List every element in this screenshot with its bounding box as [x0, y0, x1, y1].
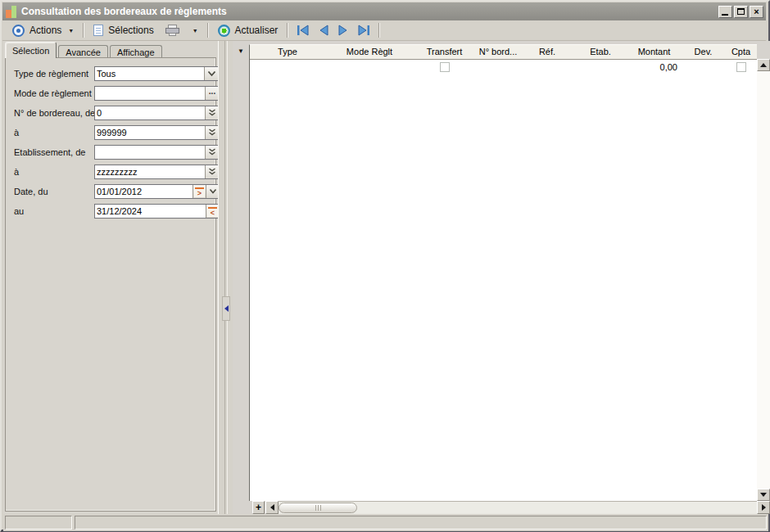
panel-splitter[interactable]: [218, 41, 233, 514]
print-dropdown-icon: ▼: [192, 28, 198, 34]
column-header-n-bordereau[interactable]: N° bord...: [475, 45, 521, 59]
column-header-montant[interactable]: Montant: [627, 45, 681, 59]
actions-button[interactable]: Actions ▼: [7, 21, 79, 39]
close-button[interactable]: ×: [750, 6, 763, 18]
table-row[interactable]: 0,00: [250, 60, 757, 74]
printer-icon: [165, 25, 179, 36]
first-record-icon: [296, 25, 310, 36]
etablissement-a-label: à: [14, 167, 19, 177]
column-header-cpta[interactable]: Cpta: [726, 45, 756, 59]
next-record-icon: [337, 25, 349, 36]
column-header-ref[interactable]: Réf.: [521, 45, 573, 59]
maximize-button[interactable]: [734, 6, 748, 18]
scroll-up-button[interactable]: [757, 59, 770, 71]
mode-reglement-browse-button[interactable]: ...: [205, 87, 219, 100]
selection-fieldbox: Type de règlement Mode de règlement ...: [5, 57, 216, 512]
panel-tabs: Sélection Avancée Affichage: [5, 42, 164, 58]
status-cell-left: [5, 516, 72, 530]
cell-cpta: [726, 60, 756, 74]
field-row-date-du: Date, du >: [6, 184, 215, 199]
horizontal-scroll-track[interactable]: [279, 501, 757, 514]
selection-panel: Sélection Avancée Affichage Type de règl…: [3, 41, 218, 514]
transfert-checkbox[interactable]: [440, 62, 450, 72]
etablissement-a-lookup-button[interactable]: [205, 165, 219, 178]
add-row-button[interactable]: +: [252, 501, 265, 514]
arrow-down-icon: [760, 493, 767, 497]
column-header-mode-reglt[interactable]: Mode Règlt: [325, 45, 414, 59]
column-header-etab[interactable]: Etab.: [573, 45, 627, 59]
cpta-checkbox[interactable]: [736, 62, 746, 72]
etablissement-de-lookup-button[interactable]: [205, 146, 219, 159]
horizontal-scroll-thumb[interactable]: [279, 503, 357, 513]
bordereau-a-input[interactable]: [95, 126, 205, 139]
etablissement-de-input[interactable]: [95, 146, 205, 159]
bordereau-a-lookup-button[interactable]: [205, 126, 219, 139]
date-du-picker-button[interactable]: >: [192, 185, 206, 198]
column-header-transfert[interactable]: Transfert: [414, 45, 475, 59]
collapse-panel-button[interactable]: [222, 296, 230, 321]
scroll-right-button[interactable]: [757, 501, 770, 514]
type-reglement-select[interactable]: [95, 67, 204, 80]
print-button[interactable]: [160, 21, 185, 39]
collapse-left-icon: [224, 305, 229, 312]
toolbar-separator: [287, 23, 288, 38]
last-record-button[interactable]: [353, 23, 375, 38]
print-dropdown-button[interactable]: ▼: [185, 21, 204, 39]
double-chevron-down-icon: [208, 128, 216, 137]
cell-montant: 0,00: [627, 60, 681, 74]
selections-button[interactable]: Sélections: [88, 21, 159, 39]
refresh-button[interactable]: Actualiser: [212, 21, 284, 39]
bordereau-de-input[interactable]: [95, 106, 205, 119]
cell-ref: [521, 60, 573, 74]
toolbar-separator: [207, 23, 209, 38]
calendar-next-icon: >: [194, 187, 205, 197]
tab-affichage[interactable]: Affichage: [110, 45, 162, 58]
arrow-up-icon: [760, 63, 767, 67]
app-window: Consultation des bordereaux de règlement…: [0, 0, 770, 532]
refresh-label: Actualiser: [235, 25, 279, 36]
horizontal-scrollbar[interactable]: +: [252, 501, 770, 514]
cell-etab: [573, 60, 627, 74]
toolbar-separator: [83, 23, 84, 38]
tab-selection[interactable]: Sélection: [5, 42, 57, 58]
results-grid-panel: ▼ Type Mode Règlt Transfert N° bord... R…: [233, 41, 770, 514]
double-chevron-down-icon: [208, 148, 216, 156]
column-selector-button[interactable]: ▼: [233, 46, 249, 57]
cell-type: [250, 60, 325, 74]
column-header-dev[interactable]: Dev.: [681, 45, 726, 59]
date-au-input[interactable]: [95, 205, 206, 218]
cell-dev: [681, 60, 726, 74]
bordereau-de-lookup-button[interactable]: [205, 106, 219, 119]
grid-header-row: Type Mode Règlt Transfert N° bord... Réf…: [250, 45, 757, 60]
etablissement-a-input[interactable]: [95, 165, 205, 178]
minimize-button[interactable]: [718, 6, 732, 18]
cell-mode-reglt: [325, 60, 414, 74]
vertical-scrollbar[interactable]: [757, 59, 770, 501]
etablissement-de-label: Etablissement, de: [14, 147, 85, 157]
double-chevron-down-icon: [208, 109, 216, 117]
field-row-etablissement-a: à: [6, 165, 215, 179]
scroll-down-button[interactable]: [757, 489, 770, 501]
refresh-icon: [218, 25, 230, 37]
cell-transfert: [414, 60, 475, 74]
first-record-button[interactable]: [292, 23, 314, 38]
last-record-icon: [357, 25, 371, 36]
maximize-icon: [737, 8, 745, 15]
arrow-left-icon: [270, 504, 274, 511]
field-row-date-au: au <: [6, 204, 215, 219]
title-bar: Consultation des bordereaux de règlement…: [2, 2, 766, 20]
mode-reglement-input[interactable]: [95, 87, 205, 100]
tab-avancee[interactable]: Avancée: [58, 45, 108, 58]
splitter-groove: [224, 41, 228, 514]
bullseye-icon: [12, 25, 25, 37]
previous-record-button[interactable]: [314, 23, 333, 38]
date-du-input[interactable]: [95, 185, 192, 198]
status-cell-main: [75, 516, 767, 530]
column-header-type[interactable]: Type: [250, 45, 325, 59]
scroll-left-button[interactable]: [265, 501, 279, 514]
chevron-down-icon: [209, 188, 217, 195]
type-reglement-dropdown-button[interactable]: [204, 67, 219, 80]
date-du-dropdown-button[interactable]: [206, 185, 219, 198]
next-record-button[interactable]: [333, 23, 353, 38]
date-au-picker-button[interactable]: <: [206, 205, 219, 218]
